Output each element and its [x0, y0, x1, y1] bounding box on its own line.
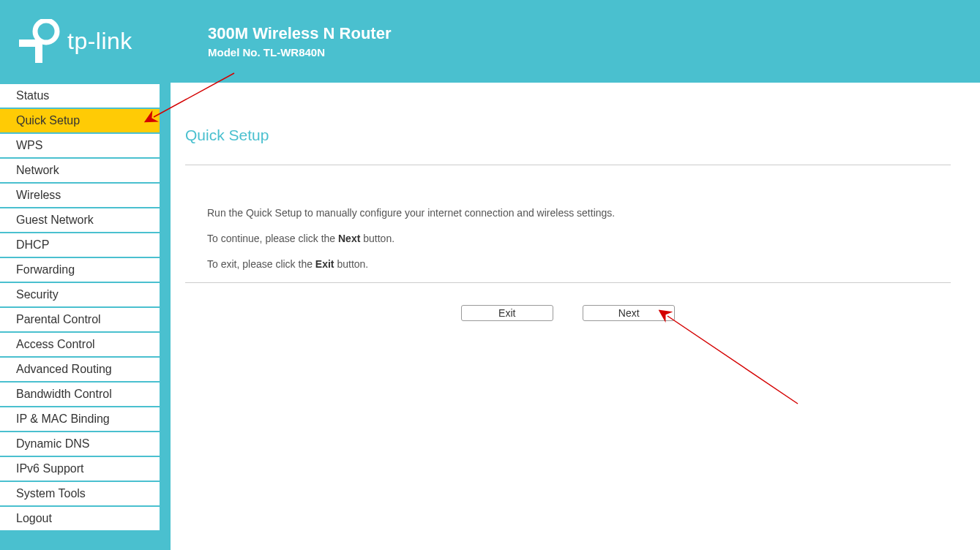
svg-rect-2: [19, 39, 42, 47]
sidebar-item-label: WPS: [16, 139, 42, 151]
sidebar: Status Quick Setup WPS Network Wireless …: [0, 84, 160, 532]
sidebar-item-bandwidth-control[interactable]: Bandwidth Control: [0, 383, 160, 407]
model-number: Model No. TL-WR840N: [208, 46, 391, 59]
sidebar-item-label: DHCP: [16, 238, 49, 251]
sidebar-item-ipv6-support[interactable]: IPv6 Support: [0, 457, 160, 482]
sidebar-item-label: Bandwidth Control: [16, 388, 112, 400]
sidebar-item-label: Guest Network: [16, 214, 94, 226]
instruction-block: Run the Quick Setup to manually configur…: [185, 206, 951, 272]
sidebar-item-label: Quick Setup: [16, 114, 80, 127]
sidebar-item-network[interactable]: Network: [0, 159, 160, 184]
brand-name: tp-link: [67, 28, 132, 55]
sidebar-item-wps[interactable]: WPS: [0, 134, 160, 159]
sidebar-container: Status Quick Setup WPS Network Wireless …: [0, 83, 171, 550]
sidebar-item-label: Forwarding: [16, 263, 75, 276]
next-button[interactable]: Next: [583, 305, 675, 321]
divider: [185, 165, 951, 165]
sidebar-item-label: Security: [16, 288, 59, 301]
sidebar-item-dhcp[interactable]: DHCP: [0, 233, 160, 258]
main-content: Quick Setup Run the Quick Setup to manua…: [171, 83, 980, 550]
sidebar-item-label: Logout: [16, 512, 52, 524]
sidebar-item-security[interactable]: Security: [0, 283, 160, 308]
sidebar-item-label: Status: [16, 89, 49, 102]
sidebar-item-ip-mac-binding[interactable]: IP & MAC Binding: [0, 407, 160, 432]
page-title: Quick Setup: [185, 127, 951, 144]
divider: [185, 282, 951, 283]
button-row: Exit Next: [185, 305, 951, 321]
sidebar-item-label: Parental Control: [16, 313, 101, 325]
sidebar-item-dynamic-dns[interactable]: Dynamic DNS: [0, 432, 160, 457]
brand-logo: tp-link: [18, 19, 208, 64]
sidebar-item-guest-network[interactable]: Guest Network: [0, 208, 160, 233]
header-titles: 300M Wireless N Router Model No. TL-WR84…: [208, 24, 391, 59]
sidebar-item-label: Access Control: [16, 338, 95, 350]
sidebar-item-system-tools[interactable]: System Tools: [0, 482, 160, 507]
product-title: 300M Wireless N Router: [208, 24, 391, 43]
sidebar-item-label: Network: [16, 164, 59, 176]
sidebar-item-label: Dynamic DNS: [16, 437, 89, 450]
intro-text: Run the Quick Setup to manually configur…: [207, 206, 951, 221]
sidebar-item-quick-setup[interactable]: Quick Setup: [0, 109, 160, 134]
sidebar-item-label: System Tools: [16, 487, 86, 500]
sidebar-item-label: Advanced Routing: [16, 363, 112, 375]
exit-text: To exit, please click the Exit button.: [207, 257, 951, 272]
svg-point-0: [35, 20, 57, 42]
sidebar-item-logout[interactable]: Logout: [0, 507, 160, 532]
sidebar-item-label: IPv6 Support: [16, 462, 84, 475]
sidebar-item-advanced-routing[interactable]: Advanced Routing: [0, 358, 160, 383]
sidebar-item-forwarding[interactable]: Forwarding: [0, 258, 160, 283]
sidebar-item-parental-control[interactable]: Parental Control: [0, 308, 160, 333]
sidebar-item-status[interactable]: Status: [0, 84, 160, 109]
continue-text: To continue, please click the Next butto…: [207, 231, 951, 246]
header: tp-link 300M Wireless N Router Model No.…: [0, 0, 980, 83]
sidebar-item-access-control[interactable]: Access Control: [0, 333, 160, 358]
exit-button[interactable]: Exit: [461, 305, 553, 321]
tp-link-logo-icon: [18, 19, 60, 64]
sidebar-item-label: Wireless: [16, 189, 61, 201]
sidebar-item-label: IP & MAC Binding: [16, 412, 110, 425]
sidebar-item-wireless[interactable]: Wireless: [0, 184, 160, 208]
